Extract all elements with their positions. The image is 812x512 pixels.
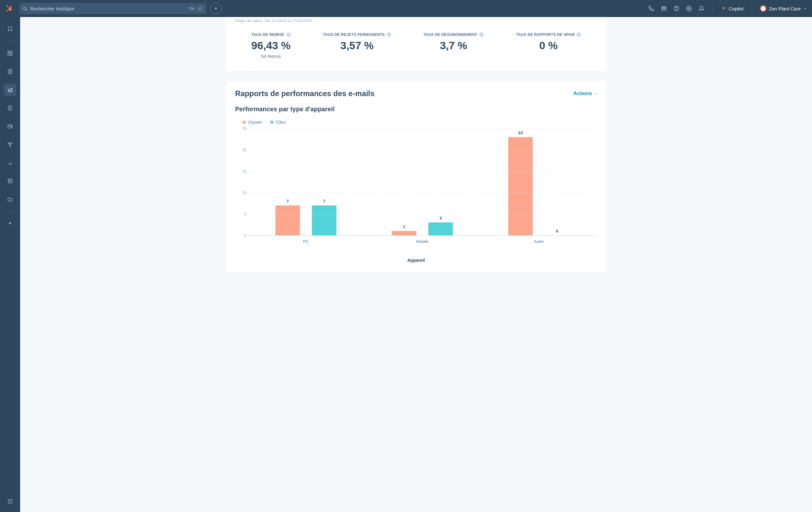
metric-value: 0 % (516, 39, 581, 52)
help-icon[interactable] (673, 6, 679, 11)
report-title: Rapports de performances des e-mails (235, 89, 375, 98)
bar[interactable]: 23 (508, 129, 533, 235)
info-icon[interactable]: i (577, 32, 581, 37)
y-tick: 10 (242, 191, 246, 195)
plus-icon (214, 6, 218, 11)
sidebar-crm[interactable] (4, 65, 17, 78)
document-icon (7, 105, 13, 111)
bar[interactable]: 7 (276, 129, 300, 235)
account-name: Zen Plant Care (769, 6, 801, 11)
bar[interactable]: 0 (545, 129, 569, 235)
actions-button[interactable]: Actions (574, 91, 597, 97)
search-shortcut: CtrlK (187, 6, 203, 11)
sidebar-data[interactable] (4, 175, 17, 187)
x-tick: PC (248, 239, 364, 244)
copilot-label: Copilot (729, 6, 744, 11)
sidebar-bookmarks[interactable] (4, 23, 17, 35)
legend-open[interactable]: Ouvert (243, 120, 262, 125)
device-chart: 0510152025 7713230 PCMobileAutre Apparei… (235, 129, 597, 263)
create-button[interactable] (210, 3, 222, 14)
metric-label: TAUX DE REJETS PERMANENTS i (323, 32, 391, 37)
megaphone-icon (7, 87, 13, 93)
svg-rect-17 (11, 54, 12, 55)
metric-label: TAUX DE DÉSABONNEMENT i (423, 32, 484, 37)
sidebar-content[interactable] (4, 102, 17, 114)
svg-point-13 (688, 8, 690, 9)
gear-icon[interactable] (686, 6, 692, 11)
expand-icon (7, 498, 13, 504)
top-utility-icons: Copilot Zen Plant Care (648, 5, 807, 12)
phone-icon[interactable] (648, 6, 654, 11)
chevron-down-icon (803, 7, 807, 10)
metric-label: TAUX DE RAPPORTS DE SPAM i (516, 32, 581, 37)
bar-value: 7 (286, 199, 289, 204)
legend-dot-icon (270, 121, 273, 124)
sidebar-marketing[interactable] (4, 83, 17, 96)
folder-icon (7, 197, 13, 202)
sidebar-expand[interactable] (4, 495, 17, 508)
report-subtitle: Performances par type d'appareil (235, 106, 597, 113)
hubspot-logo[interactable] (5, 4, 14, 13)
bar[interactable]: 3 (428, 129, 453, 235)
svg-rect-14 (8, 51, 9, 53)
x-tick: Mobile (364, 239, 481, 244)
bar-group: 77 (248, 129, 364, 235)
copilot-button[interactable]: Copilot (721, 6, 744, 11)
bell-icon[interactable] (699, 6, 704, 11)
legend-clicks[interactable]: Clics (270, 120, 286, 125)
metric-label: TAUX DE REMISE i (251, 32, 290, 37)
sidebar-library[interactable] (4, 193, 17, 206)
global-search[interactable]: CtrlK (20, 3, 206, 14)
y-tick: 15 (242, 169, 246, 173)
svg-rect-15 (11, 51, 12, 53)
svg-rect-6 (11, 7, 12, 8)
divider (713, 5, 713, 12)
bar-value: 0 (556, 229, 558, 234)
bar[interactable]: 7 (312, 129, 337, 235)
email-performance-card: Rapports de performances des e-mails Act… (226, 81, 607, 272)
sparkle-icon (7, 221, 12, 226)
sidebar-ai[interactable] (4, 217, 17, 230)
marketplace-icon[interactable] (661, 6, 667, 11)
x-axis-title: Appareil (235, 258, 597, 263)
info-icon[interactable]: i (387, 32, 391, 37)
chart-icon (7, 160, 13, 166)
y-tick: 20 (242, 148, 246, 152)
info-icon[interactable]: i (286, 32, 291, 37)
svg-point-12 (676, 10, 677, 10)
metric: TAUX DE REMISE i 96,43 % 54 Remis (251, 32, 290, 59)
bar[interactable]: 1 (392, 129, 416, 235)
sidebar-workspaces[interactable] (4, 47, 17, 59)
search-input[interactable] (30, 6, 185, 11)
wallet-icon (7, 124, 13, 129)
sidebar-reporting[interactable] (4, 157, 17, 169)
main-content: Plage de dates: De 1/1/2024 à 17/10/2024… (20, 17, 812, 512)
delivery-metrics-card: Plage de dates: De 1/1/2024 à 17/10/2024… (226, 17, 607, 72)
info-icon[interactable]: i (479, 32, 484, 37)
bookmark-icon (7, 26, 13, 32)
svg-line-8 (26, 9, 27, 10)
chart-legend: Ouvert Clics (243, 120, 597, 125)
legend-dot-icon (243, 121, 246, 124)
contact-icon (7, 69, 13, 74)
workflow-icon (7, 142, 13, 147)
sidebar-automation[interactable] (4, 138, 17, 151)
svg-rect-33 (8, 500, 12, 503)
chevron-down-icon (594, 92, 597, 95)
metric-value: 3,7 % (423, 39, 484, 52)
divider (6, 211, 14, 212)
metric: TAUX DE DÉSABONNEMENT i 3,7 % (423, 32, 484, 59)
x-tick: Autre (481, 239, 597, 244)
account-menu[interactable]: Zen Plant Care (760, 5, 807, 12)
search-icon (23, 6, 28, 11)
bar-value: 3 (439, 216, 441, 220)
metric-sub: 54 Remis (251, 54, 290, 59)
date-range: Plage de dates: De 1/1/2024 à 17/10/2024 (235, 17, 597, 23)
bar-value: 7 (323, 199, 325, 204)
sidebar-commerce[interactable] (4, 120, 17, 133)
metric: TAUX DE RAPPORTS DE SPAM i 0 % (516, 32, 581, 59)
y-tick: 0 (244, 234, 246, 238)
divider (6, 41, 14, 41)
svg-point-7 (24, 7, 26, 10)
divider (752, 5, 752, 12)
